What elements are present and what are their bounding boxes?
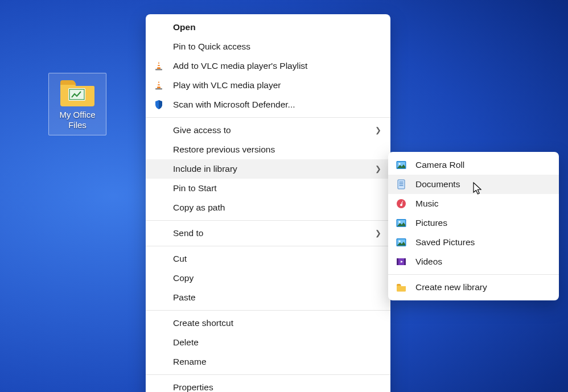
menu-include-library[interactable]: Include in library ❯ xyxy=(146,159,390,179)
submenu-camera-roll[interactable]: Camera Roll xyxy=(388,155,559,175)
submenu-videos-label: Videos xyxy=(415,257,442,267)
chevron-right-icon: ❯ xyxy=(375,164,381,173)
menu-pin-start-label: Pin to Start xyxy=(173,183,217,193)
menu-pin-quick[interactable]: Pin to Quick access xyxy=(146,37,390,56)
music-icon xyxy=(395,197,408,210)
menu-vlc-add[interactable]: Add to VLC media player's Playlist xyxy=(146,56,390,76)
picture-icon xyxy=(395,159,408,171)
menu-copy-label: Copy xyxy=(173,273,194,283)
svg-rect-23 xyxy=(397,258,398,265)
menu-defender[interactable]: Scan with Microsoft Defender... xyxy=(146,95,390,114)
menu-pin-quick-label: Pin to Quick access xyxy=(173,42,250,52)
submenu-music-label: Music xyxy=(415,199,438,209)
submenu-saved-pictures[interactable]: Saved Pictures xyxy=(388,233,559,252)
menu-create-shortcut[interactable]: Create shortcut xyxy=(146,313,390,333)
submenu-documents[interactable]: Documents xyxy=(388,175,559,194)
chevron-right-icon: ❯ xyxy=(375,126,381,134)
menu-copy-path[interactable]: Copy as path xyxy=(146,198,390,217)
menu-cut[interactable]: Cut xyxy=(146,249,390,269)
svg-rect-4 xyxy=(155,69,162,70)
svg-rect-6 xyxy=(157,85,160,86)
menu-create-shortcut-label: Create shortcut xyxy=(173,318,233,328)
menu-give-access-label: Give access to xyxy=(173,125,231,135)
svg-point-10 xyxy=(398,163,400,164)
menu-open[interactable]: Open xyxy=(146,18,390,37)
menu-restore-label: Restore previous versions xyxy=(173,145,275,155)
svg-rect-7 xyxy=(155,88,162,89)
menu-separator xyxy=(146,374,390,375)
menu-copy[interactable]: Copy xyxy=(146,269,390,288)
menu-copy-path-label: Copy as path xyxy=(173,203,225,213)
menu-rename-label: Rename xyxy=(173,357,207,367)
submenu-create-new-library-label: Create new library xyxy=(415,282,487,292)
menu-cut-label: Cut xyxy=(173,254,187,264)
picture-icon xyxy=(395,236,408,249)
vlc-icon xyxy=(153,60,165,72)
vlc-icon xyxy=(153,79,165,92)
menu-rename[interactable]: Rename xyxy=(146,352,390,372)
document-icon xyxy=(395,178,408,191)
menu-separator xyxy=(146,310,390,311)
video-icon xyxy=(395,255,408,268)
menu-separator xyxy=(388,274,559,275)
submenu-videos[interactable]: Videos xyxy=(388,252,559,271)
menu-send-to[interactable]: Send to ❯ xyxy=(146,224,390,243)
menu-pin-start[interactable]: Pin to Start xyxy=(146,179,390,198)
desktop-folder-icon[interactable]: My Office Files xyxy=(48,73,106,135)
menu-delete[interactable]: Delete xyxy=(146,333,390,352)
submenu-pictures[interactable]: Pictures xyxy=(388,213,559,233)
svg-rect-1 xyxy=(69,89,84,100)
submenu-saved-pictures-label: Saved Pictures xyxy=(415,237,475,247)
menu-vlc-add-label: Add to VLC media player's Playlist xyxy=(173,61,307,71)
menu-paste[interactable]: Paste xyxy=(146,288,390,307)
chevron-right-icon: ❯ xyxy=(375,229,381,237)
submenu-pictures-label: Pictures xyxy=(415,218,447,228)
svg-rect-24 xyxy=(404,258,406,265)
menu-vlc-play-label: Play with VLC media player xyxy=(173,80,281,90)
shield-icon xyxy=(153,98,165,111)
menu-open-label: Open xyxy=(173,22,196,32)
context-menu-main: Open Pin to Quick access Add to VLC medi… xyxy=(146,14,390,392)
menu-separator xyxy=(146,117,390,118)
library-folder-icon xyxy=(395,281,408,294)
picture-icon xyxy=(395,217,408,229)
context-menu-library: Camera Roll Documents Music xyxy=(388,152,559,300)
svg-point-21 xyxy=(398,240,400,242)
svg-rect-11 xyxy=(398,180,405,189)
svg-rect-3 xyxy=(157,66,160,67)
menu-properties[interactable]: Properties xyxy=(146,378,390,392)
menu-give-access[interactable]: Give access to ❯ xyxy=(146,121,390,140)
submenu-camera-roll-label: Camera Roll xyxy=(415,160,464,170)
svg-rect-5 xyxy=(158,83,160,84)
menu-separator xyxy=(146,246,390,246)
svg-rect-2 xyxy=(158,64,160,65)
submenu-documents-label: Documents xyxy=(415,179,460,189)
desktop-folder-label: My Office Files xyxy=(51,110,104,130)
menu-vlc-play[interactable]: Play with VLC media player xyxy=(146,76,390,95)
menu-properties-label: Properties xyxy=(173,382,213,392)
menu-defender-label: Scan with Microsoft Defender... xyxy=(173,100,295,110)
menu-separator xyxy=(146,220,390,221)
submenu-create-new-library[interactable]: Create new library xyxy=(388,278,559,297)
menu-paste-label: Paste xyxy=(173,292,196,303)
folder-icon xyxy=(59,77,96,108)
menu-restore[interactable]: Restore previous versions xyxy=(146,140,390,159)
menu-delete-label: Delete xyxy=(173,337,199,348)
submenu-music[interactable]: Music xyxy=(388,194,559,213)
svg-point-18 xyxy=(398,221,400,222)
svg-point-15 xyxy=(397,199,406,208)
menu-send-to-label: Send to xyxy=(173,228,203,238)
menu-include-library-label: Include in library xyxy=(173,164,237,174)
